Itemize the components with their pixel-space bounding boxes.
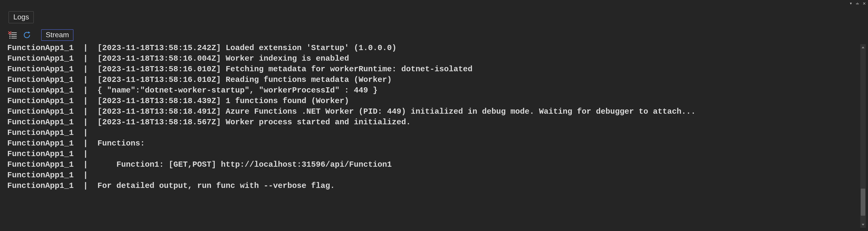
scroll-thumb[interactable] xyxy=(861,189,865,216)
window-menu-icon[interactable]: ▾ xyxy=(849,1,852,5)
log-line: FunctionApp1_1 | [2023-11-18T13:58:18.49… xyxy=(7,107,859,117)
svg-point-6 xyxy=(9,36,11,37)
log-line: FunctionApp1_1 | [2023-11-18T13:58:18.56… xyxy=(7,117,859,128)
refresh-icon[interactable] xyxy=(23,31,31,39)
scroll-up-icon[interactable] xyxy=(860,44,866,50)
log-line: FunctionApp1_1 | [2023-11-18T13:58:16.00… xyxy=(7,53,859,64)
tab-logs[interactable]: Logs xyxy=(8,11,34,23)
logs-panel-root: { "window": { "dropdown_glyph": "▾", "pi… xyxy=(0,0,868,231)
log-line: FunctionApp1_1 | [2023-11-18T13:58:15.24… xyxy=(7,43,859,53)
logs-toolbar: Stream xyxy=(8,29,73,41)
clear-with-errors-icon[interactable] xyxy=(8,31,17,39)
scroll-down-icon[interactable] xyxy=(860,222,866,228)
pin-icon[interactable]: ⫨ xyxy=(855,1,860,5)
log-line: FunctionApp1_1 | For detailed output, ru… xyxy=(7,181,859,191)
svg-point-7 xyxy=(9,37,11,39)
log-line: FunctionApp1_1 | [2023-11-18T13:58:16.01… xyxy=(7,64,859,75)
log-line: FunctionApp1_1 | Functions: xyxy=(7,138,859,149)
log-line: FunctionApp1_1 | xyxy=(7,128,859,138)
log-line: FunctionApp1_1 | xyxy=(7,149,859,159)
log-line: FunctionApp1_1 | { "name":"dotnet-worker… xyxy=(7,85,859,96)
log-line: FunctionApp1_1 | [2023-11-18T13:58:18.43… xyxy=(7,96,859,107)
svg-point-5 xyxy=(9,34,11,35)
log-line: FunctionApp1_1 | Function1: [GET,POST] h… xyxy=(7,159,859,170)
log-output: FunctionApp1_1 | [2023-11-18T13:58:15.24… xyxy=(7,43,859,231)
log-line: FunctionApp1_1 | xyxy=(7,170,859,181)
vertical-scrollbar[interactable] xyxy=(860,44,866,228)
close-icon[interactable]: ✕ xyxy=(863,1,866,5)
log-line: FunctionApp1_1 | [2023-11-18T13:58:16.01… xyxy=(7,75,859,85)
stream-button[interactable]: Stream xyxy=(41,29,73,41)
window-controls: ▾ ⫨ ✕ xyxy=(849,1,866,5)
